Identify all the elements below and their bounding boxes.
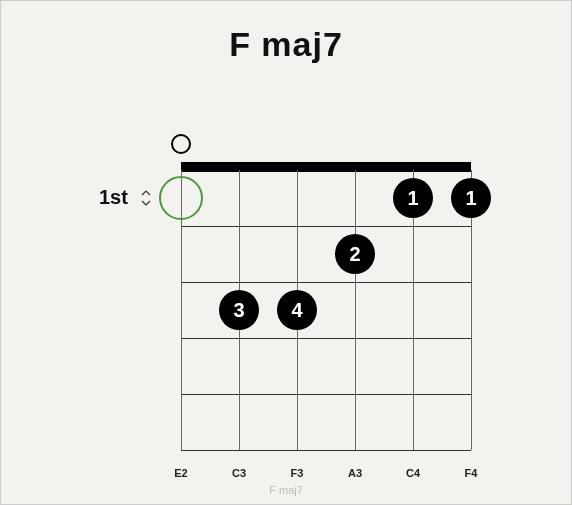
- string-note-label: C3: [232, 467, 246, 479]
- fret-line: [181, 450, 471, 451]
- nut: [181, 162, 471, 172]
- finger-dot: 3: [219, 290, 259, 330]
- fret-line: [181, 394, 471, 395]
- fret-line: [181, 226, 471, 227]
- chord-caption: F maj7: [1, 484, 571, 496]
- finger-dot: 4: [277, 290, 317, 330]
- chevron-down-icon: [141, 200, 151, 207]
- fret-line: [181, 282, 471, 283]
- string-line: [355, 170, 356, 450]
- fret-stepper[interactable]: [141, 189, 153, 207]
- string-note-label: C4: [406, 467, 420, 479]
- string-note-label: A3: [348, 467, 362, 479]
- fret-line: [181, 338, 471, 339]
- string-note-label: F4: [465, 467, 478, 479]
- string-note-label: E2: [174, 467, 187, 479]
- open-string-marker: [171, 134, 191, 154]
- start-fret-label: 1st: [99, 186, 128, 209]
- string-note-label: F3: [291, 467, 304, 479]
- chord-title: F maj7: [1, 25, 571, 64]
- highlight-ring: [159, 176, 203, 220]
- finger-dot: 2: [335, 234, 375, 274]
- finger-dot: 1: [393, 178, 433, 218]
- chord-diagram: 1st 11234E2C3F3A3C4F4: [1, 72, 571, 472]
- finger-dot: 1: [451, 178, 491, 218]
- chevron-up-icon: [141, 189, 151, 196]
